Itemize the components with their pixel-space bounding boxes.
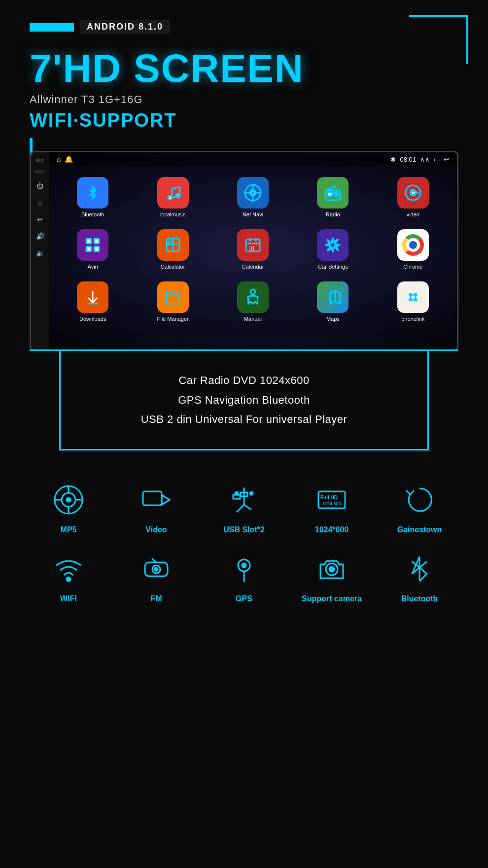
app-item-bluetooth[interactable]: Bluetooth <box>53 171 133 223</box>
screen-area: ⌂ 🔔 ✱ 08:01 ∧∧ ▭ ↩ Bluetooth localmusi <box>49 152 457 349</box>
svg-point-73 <box>242 563 246 567</box>
feature-item-mp5: MP5 <box>30 480 107 534</box>
app-item-manual[interactable]: Manual <box>213 276 293 328</box>
app-label-calendar: Calendar <box>242 264 264 270</box>
feature-label-bluetooth: Bluetooth <box>401 594 438 603</box>
app-item-carsettings[interactable]: Car Settings <box>293 223 373 276</box>
feature-item-usb: USB Slot*2 <box>205 480 283 534</box>
app-item-phonelink[interactable]: phonelink <box>373 276 453 328</box>
app-label-netnavi: Net Navi <box>243 211 263 217</box>
app-icon-bluetooth <box>77 177 108 208</box>
feature-item-gainestown: Gainestown <box>381 480 458 534</box>
svg-rect-14 <box>327 192 332 196</box>
wifi-support: WIFI·SUPPORT <box>30 110 458 131</box>
app-item-maps[interactable]: Maps <box>293 276 373 328</box>
app-item-calculator[interactable]: Calculator <box>133 223 212 276</box>
rst-label: RST <box>35 170 45 174</box>
feature-icon-mp5 <box>49 480 88 520</box>
desc-line-2: GPS Navigation Bluetooth <box>90 390 398 410</box>
feature-icon-wifi <box>49 549 88 589</box>
feature-item-gps: GPS <box>205 549 283 603</box>
feature-label-video: Video <box>145 525 167 534</box>
feature-item-camera: Support camera <box>293 549 371 603</box>
svg-rect-63 <box>233 495 240 499</box>
svg-rect-24 <box>94 246 99 251</box>
feature-icon-fullhd: Full HD1024·600 <box>312 480 351 520</box>
back-btn[interactable]: ↩ <box>35 214 45 224</box>
svg-point-62 <box>250 492 253 495</box>
allwinner-text: Allwinner T3 1G+16G <box>30 93 458 106</box>
app-label-video: video <box>407 211 419 217</box>
feature-icon-fm <box>137 549 176 589</box>
svg-line-5 <box>172 187 180 189</box>
feature-label-mp5: MP5 <box>61 525 77 534</box>
app-item-filemanager[interactable]: File Manager <box>133 276 212 328</box>
feature-icon-bluetooth <box>400 549 439 589</box>
wifi-suffix: SUPPORT <box>79 110 177 131</box>
svg-rect-23 <box>86 246 91 251</box>
svg-point-70 <box>155 568 158 571</box>
features-section: MP5 Video USB Slot*2 Full HD1024·600 102… <box>0 451 488 623</box>
home-status-icon: ⌂ <box>57 155 61 163</box>
app-item-calendar[interactable]: 31 Calendar <box>213 223 293 276</box>
svg-text:31: 31 <box>249 246 255 251</box>
app-icon-manual <box>237 281 269 313</box>
feature-icon-video <box>137 480 176 520</box>
feature-label-usb: USB Slot*2 <box>223 525 265 534</box>
svg-text:Full HD: Full HD <box>320 495 338 500</box>
app-icon-calculator <box>157 229 189 261</box>
svg-point-16 <box>336 194 337 195</box>
vol-down-btn[interactable]: 🔉 <box>35 248 45 258</box>
feature-item-bluetooth: Bluetooth <box>381 549 458 603</box>
app-item-localmusic[interactable]: localmusic <box>133 171 212 223</box>
vol-up-btn[interactable]: 🔊 <box>35 231 45 241</box>
desc-box-wrapper: Car Radio DVD 1024x600 GPS Navigation Bl… <box>30 351 458 451</box>
svg-point-37 <box>250 289 255 294</box>
bracket-top-right <box>409 15 468 64</box>
wifi-prefix: WIFI· <box>30 110 79 131</box>
android-version: ANDROID 8.1.0 <box>80 20 170 34</box>
power-btn[interactable]: ⏻ <box>35 181 45 191</box>
android-badge: ANDROID 8.1.0 <box>30 20 458 34</box>
svg-line-59 <box>244 505 251 510</box>
app-label-calculator: Calculator <box>161 264 185 270</box>
app-label-carsettings: Car Settings <box>318 264 348 270</box>
feature-item-wifi: WIFI <box>30 549 107 603</box>
feature-icon-usb <box>224 480 264 520</box>
feature-label-camera: Support camera <box>302 594 362 603</box>
notification-icon: 🔔 <box>65 155 73 163</box>
app-icon-avin <box>77 229 108 261</box>
feature-label-fullhd: 1024*600 <box>315 525 349 534</box>
app-item-video[interactable]: video <box>373 171 453 223</box>
app-label-downloads: Downloads <box>79 316 106 322</box>
app-item-chrome[interactable]: Chrome <box>373 223 453 276</box>
app-grid: Bluetooth localmusic Net Navi Radio vide… <box>49 166 457 333</box>
side-controls: MIC RST ⏻ ⌂ ↩ 🔊 🔉 <box>31 152 49 349</box>
app-icon-video <box>397 177 429 208</box>
svg-marker-12 <box>251 190 254 196</box>
hd-screen-title: 7'HD SCREEN <box>30 49 458 88</box>
feature-icon-camera <box>312 549 351 589</box>
app-item-avin[interactable]: Avin <box>53 223 133 276</box>
app-icon-filemanager <box>157 281 189 313</box>
feature-item-video: Video <box>117 480 195 534</box>
status-right: ✱ 08:01 ∧∧ ▭ ↩ <box>390 156 449 163</box>
android-bar <box>30 23 74 32</box>
feature-label-fm: FM <box>150 594 162 603</box>
feature-icon-gps <box>224 549 264 589</box>
svg-point-50 <box>67 498 70 502</box>
app-item-radio[interactable]: Radio <box>293 171 373 223</box>
feature-item-fm: FM <box>117 549 195 603</box>
app-item-downloads[interactable]: Downloads <box>53 276 133 328</box>
svg-point-67 <box>67 577 70 581</box>
feature-icon-gainestown <box>400 480 439 520</box>
svg-rect-22 <box>94 239 99 243</box>
svg-rect-55 <box>143 491 162 505</box>
status-bar: ⌂ 🔔 ✱ 08:01 ∧∧ ▭ ↩ <box>49 152 457 166</box>
feature-label-gps: GPS <box>236 594 252 603</box>
back-status-icon: ↩ <box>444 156 449 163</box>
app-item-netnavi[interactable]: Net Navi <box>213 171 293 223</box>
svg-marker-20 <box>412 190 418 195</box>
home-btn[interactable]: ⌂ <box>35 198 45 208</box>
status-left: ⌂ 🔔 <box>57 155 73 163</box>
